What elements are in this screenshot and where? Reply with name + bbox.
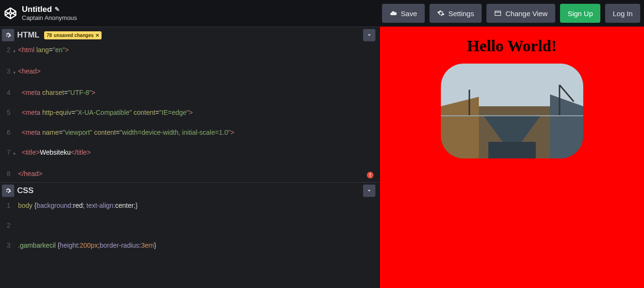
css-settings-button[interactable]	[2, 185, 14, 197]
gear-icon	[5, 32, 11, 38]
title-block: Untitled ✎ Captain Anonymous	[22, 5, 77, 22]
gear-icon	[437, 9, 445, 17]
chevron-down-icon	[366, 32, 372, 38]
main-area: HTML 78 unsaved changes ✕ 2▾<html lang="…	[0, 27, 644, 288]
gear-icon	[5, 187, 11, 194]
codepen-logo[interactable]	[4, 7, 17, 20]
chevron-down-icon	[366, 188, 372, 194]
css-collapse-button[interactable]	[363, 185, 375, 197]
svg-rect-10	[488, 142, 536, 158]
top-bar: Untitled ✎ Captain Anonymous Save Settin…	[0, 0, 644, 27]
html-panel-header: HTML 78 unsaved changes ✕	[0, 27, 379, 43]
view-icon	[494, 9, 502, 17]
cloud-icon	[390, 9, 397, 17]
change-view-button[interactable]: Change View	[486, 4, 555, 23]
css-code-editor[interactable]: 1body {background:red; text-align:center…	[0, 199, 379, 288]
signup-button[interactable]: Sign Up	[560, 4, 600, 23]
pen-title[interactable]: Untitled	[22, 5, 52, 14]
css-panel-header: CSS	[0, 183, 379, 199]
html-code-editor[interactable]: 2▾<html lang="en"> 3▾<head> 4 <meta char…	[0, 43, 379, 182]
svg-rect-3	[495, 11, 501, 15]
settings-button[interactable]: Settings	[429, 4, 482, 23]
preview-image	[441, 64, 583, 158]
signup-label: Sign Up	[568, 9, 593, 18]
unsaved-changes-badge[interactable]: 78 unsaved changes ✕	[44, 31, 102, 39]
save-label: Save	[401, 9, 417, 18]
css-panel-title: CSS	[17, 186, 34, 195]
html-panel-title: HTML	[17, 30, 39, 40]
close-icon[interactable]: ✕	[95, 33, 99, 38]
svg-marker-7	[441, 97, 479, 158]
save-button[interactable]: Save	[382, 4, 425, 23]
settings-label: Settings	[448, 9, 474, 18]
preview-heading: Hello World!	[380, 37, 644, 55]
login-label: Log In	[613, 9, 633, 18]
css-panel: CSS 1body {background:red; text-align:ce…	[0, 182, 379, 288]
preview-pane: Hello World!	[380, 27, 644, 288]
edit-title-icon[interactable]: ✎	[55, 6, 60, 13]
html-collapse-button[interactable]	[363, 29, 375, 41]
editors-column: HTML 78 unsaved changes ✕ 2▾<html lang="…	[0, 27, 380, 288]
pen-author[interactable]: Captain Anonymous	[22, 14, 77, 22]
login-button[interactable]: Log In	[605, 4, 640, 23]
error-indicator-icon[interactable]: !	[367, 172, 373, 178]
html-settings-button[interactable]	[2, 29, 14, 41]
change-view-label: Change View	[505, 9, 548, 18]
html-panel: HTML 78 unsaved changes ✕ 2▾<html lang="…	[0, 27, 379, 182]
